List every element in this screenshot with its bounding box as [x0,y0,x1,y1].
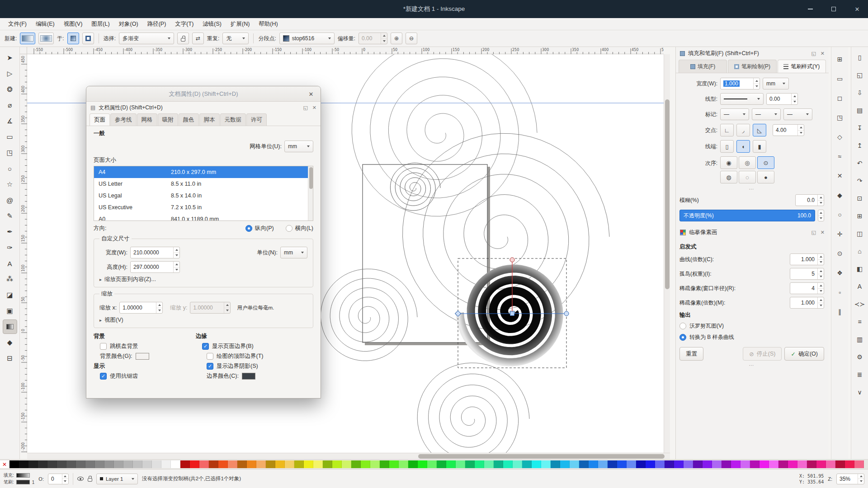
palette-swatch[interactable] [816,460,826,468]
spin-down-icon[interactable] [174,267,179,273]
palette-swatch[interactable] [380,460,389,468]
sparse-radius-spin[interactable]: 4 [790,282,824,294]
vertical-ruler[interactable]: 450400350300250200150100500-50-100-150-2… [20,54,27,453]
palette-swatch[interactable] [427,460,437,468]
zoom-spin[interactable]: 35% [836,474,864,484]
round-cap-button[interactable]: ◖ [736,140,750,153]
spin-up-icon[interactable] [224,302,230,308]
gradient-on-stroke-button[interactable] [82,33,94,44]
pen-tool[interactable]: ✒ [3,225,17,239]
menu-item-8[interactable]: 扩展(N) [226,19,254,29]
island-spin[interactable]: 5 [790,268,824,280]
abort-button[interactable]: ⊘停止(S) [743,347,782,361]
page-size-row-us-executive[interactable]: US Executive 7.2 x 10.5 in [94,202,313,213]
marker-mid-dropdown[interactable]: — [752,108,781,120]
page-size-row-a0[interactable]: A0 841.0 x 1189.0 mm [94,213,313,221]
palette-swatch[interactable] [85,460,95,468]
new-document-icon[interactable]: ▯ [854,52,866,63]
spin-up-icon[interactable] [792,94,797,99]
snap-enable-icon[interactable]: ⊞ [834,53,846,65]
dock-panel-icon[interactable]: ◱ [811,51,816,56]
scale-y-spin[interactable]: 1.00000 [190,302,231,314]
menu-item-6[interactable]: 文字(T) [170,19,198,29]
palette-swatch[interactable] [275,460,285,468]
palette-swatch[interactable] [769,460,778,468]
palette-swatch[interactable] [797,460,807,468]
palette-swatch[interactable] [66,460,76,468]
spin-up-icon[interactable] [174,262,179,267]
palette-swatch[interactable] [788,460,797,468]
scroll-more-icon[interactable]: ∨ [854,386,866,398]
palette-swatch[interactable] [845,460,854,468]
menu-icon[interactable]: ▤ [90,104,95,111]
palette-swatch[interactable] [608,460,617,468]
delete-stop-button[interactable]: ⊖ [406,33,417,44]
spin-up-icon[interactable] [858,474,864,479]
show-border-checkbox[interactable]: ✓ [202,343,209,350]
page-size-row-a4[interactable]: A4 210.0 x 297.0 mm [94,166,313,178]
palette-swatch[interactable] [399,460,408,468]
dash-pattern-dropdown[interactable] [720,93,764,105]
undo-icon[interactable]: ↶ [854,157,866,169]
spin-down-icon[interactable] [798,131,804,136]
spin-down-icon[interactable] [818,274,824,280]
snap-bbox-corners-icon[interactable]: ◳ [834,112,846,123]
tab-color[interactable]: 颜色 [179,113,199,126]
ok-button[interactable]: ✓确定(O) [784,347,824,361]
palette-swatch[interactable] [104,460,114,468]
dock-panel-icon[interactable]: ◱ [303,105,307,111]
tab-page[interactable]: 页面 [90,113,110,126]
preferences-icon[interactable]: ⚙ [854,351,866,363]
border-color-swatch[interactable] [242,373,255,380]
dialog-close-button[interactable]: ✕ [307,90,315,98]
palette-swatch[interactable] [361,460,370,468]
zoom-tool[interactable]: ⌀ [3,98,17,113]
palette-swatch[interactable] [503,460,513,468]
portrait-radio[interactable] [245,225,252,232]
palette-swatch[interactable] [171,460,180,468]
palette-swatch[interactable] [570,460,579,468]
spin-down-icon[interactable] [156,308,162,314]
dialog-titlebar[interactable]: 文档属性(D) (Shift+Ctrl+D) ✕ [86,86,321,102]
palette-swatch[interactable] [47,460,57,468]
snap-bbox-icon[interactable]: ▭ [834,73,846,84]
spin-up-icon[interactable] [381,33,387,39]
calligraphy-tool[interactable]: ✑ [3,240,17,255]
maximize-button[interactable] [829,5,838,14]
layer-dropdown[interactable]: Layer 1 [96,474,138,484]
text-dialog-icon[interactable]: A [854,281,866,292]
spin-down-icon[interactable] [818,260,824,265]
snap-page-border-icon[interactable]: ▫ [834,286,846,298]
paint-order-4-button[interactable]: ◍ [720,171,737,183]
palette-swatch[interactable] [446,460,456,468]
palette-swatch[interactable] [598,460,608,468]
list-scrollbar[interactable] [308,166,313,221]
snap-bbox-edges-icon[interactable]: ◻ [834,92,846,104]
stops-dropdown[interactable]: stop6516 [279,33,335,44]
palette-swatch[interactable] [389,460,399,468]
radial-gradient-button[interactable] [38,33,54,44]
duplicate-icon[interactable]: ◫ [854,228,866,239]
paint-order-6-button[interactable]: ● [757,171,774,183]
paint-order-3-button[interactable]: ⊙ [757,156,774,169]
border-shadow-checkbox[interactable]: ✓ [207,363,213,370]
gradient-select-dropdown[interactable]: 多渐变 [119,33,174,44]
paint-order-5-button[interactable]: ◌ [739,171,756,183]
menu-item-3[interactable]: 图层(L) [87,19,114,29]
vertical-scrollbar[interactable] [664,54,670,453]
miter-limit-spin[interactable]: 4.00 [773,124,804,136]
palette-swatch[interactable] [513,460,522,468]
scale-x-spin[interactable]: 1.00000 [119,302,163,314]
gradient-lock-button[interactable] [177,33,189,44]
square-cap-button[interactable]: ▮ [753,140,766,153]
paint-order-2-button[interactable]: ◎ [739,156,756,169]
snap-intersections-icon[interactable]: ✕ [834,170,846,182]
viewbox-expander[interactable]: ▸ 视图(V) [99,316,307,324]
close-button[interactable]: ✕ [853,5,862,14]
page-size-list[interactable]: A4 210.0 x 297.0 mm US Letter 8.5 x 11.0… [94,166,313,221]
palette-swatch[interactable] [854,460,864,468]
dash-offset-spin[interactable]: 0.00 [766,93,798,105]
stroke-width-spin[interactable]: 1.000 [720,78,760,89]
palette-swatch[interactable] [617,460,627,468]
zoom-drawing-icon[interactable]: ⌂ [854,245,866,257]
